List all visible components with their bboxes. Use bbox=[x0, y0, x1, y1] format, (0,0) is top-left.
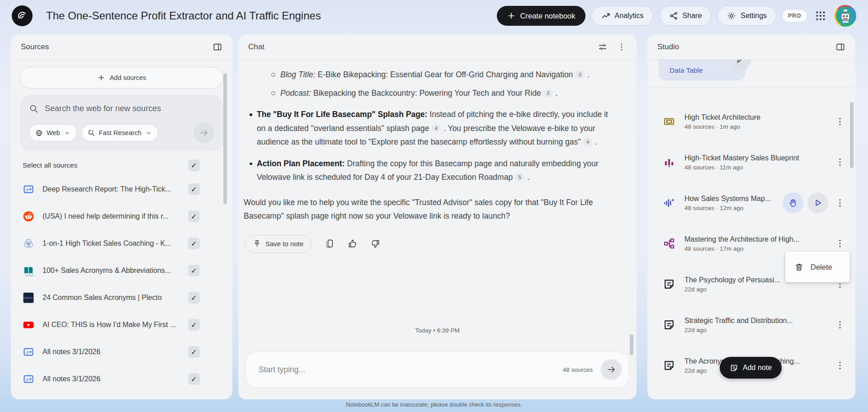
delete-menu-item[interactable]: Delete bbox=[785, 252, 850, 282]
source-title: All notes 3/1/2026 bbox=[42, 348, 183, 356]
collapse-panel-icon[interactable] bbox=[212, 42, 222, 52]
source-row[interactable]: Sales Playbook100+ Sales Acronyms & Abbr… bbox=[11, 257, 232, 284]
citation-chip[interactable]: 3 bbox=[575, 70, 585, 79]
studio-item-title: High-Ticket Mastery Sales Blueprint bbox=[684, 154, 832, 162]
notebooklm-logo-icon[interactable] bbox=[12, 5, 33, 26]
source-checkbox[interactable]: ✓ bbox=[188, 183, 200, 195]
search-submit-button[interactable] bbox=[193, 122, 214, 143]
chat-scrollbar[interactable] bbox=[630, 334, 633, 355]
select-all-checkbox[interactable]: ✓ bbox=[188, 159, 200, 171]
studio-panel: Studio Data Table High Ticket Architectu… bbox=[647, 34, 855, 399]
studio-item-text: High-Ticket Mastery Sales Blueprint48 so… bbox=[684, 154, 832, 171]
flowchart-icon bbox=[663, 237, 675, 250]
svg-text:m: m bbox=[26, 187, 29, 192]
studio-item-title: Strategic Traffic and Distribution... bbox=[684, 317, 832, 325]
web-search-card: Web Fast Research bbox=[20, 95, 223, 151]
list-item: The "Buy It For Life Basecamp" Splash Pa… bbox=[244, 108, 608, 149]
source-row[interactable]: AI CEO: THIS is How I'd Make My First ..… bbox=[11, 311, 232, 338]
research-mode-dropdown[interactable]: Fast Research bbox=[81, 124, 158, 141]
sources-scrollbar[interactable] bbox=[223, 73, 227, 204]
source-row[interactable]: PLECTO24 Common Sales Acronyms | Plecto✓ bbox=[11, 284, 232, 311]
studio-item-title: How Sales Systems Map... bbox=[684, 195, 783, 203]
studio-item-text: Mastering the Architecture of High...48 … bbox=[684, 235, 832, 252]
share-icon bbox=[669, 11, 678, 20]
apps-grid-icon[interactable] bbox=[815, 10, 826, 22]
search-icon bbox=[29, 104, 38, 113]
share-label: Share bbox=[683, 12, 702, 20]
source-checkbox[interactable]: ✓ bbox=[188, 373, 200, 385]
note-icon bbox=[663, 359, 675, 372]
create-notebook-button[interactable]: Create notebook bbox=[497, 6, 585, 26]
share-button[interactable]: Share bbox=[660, 6, 712, 26]
citation-chip[interactable]: 5 bbox=[515, 173, 524, 182]
web-filter-label: Web bbox=[47, 129, 60, 136]
user-avatar[interactable] bbox=[835, 5, 856, 27]
studio-item-meta: 48 sources · 12m ago bbox=[684, 205, 783, 211]
list-item: Podcast: Bikepacking the Backcountry: Po… bbox=[244, 86, 608, 100]
studio-output-strip: Data Table bbox=[647, 60, 855, 88]
item-label: Action Plan Placement: bbox=[257, 159, 345, 168]
studio-item[interactable]: Strategic Traffic and Distribution...22d… bbox=[647, 304, 855, 345]
source-row[interactable]: mAll notes 3/1/2026✓ bbox=[11, 365, 232, 393]
source-checkbox[interactable]: ✓ bbox=[188, 211, 200, 222]
book-icon: Sales Playbook bbox=[23, 265, 34, 276]
more-options-icon[interactable] bbox=[835, 238, 845, 249]
waveform-icon bbox=[663, 197, 675, 209]
more-options-icon[interactable] bbox=[835, 360, 845, 371]
source-checkbox[interactable]: ✓ bbox=[188, 292, 200, 304]
web-filter-dropdown[interactable]: Web bbox=[29, 124, 77, 141]
studio-item[interactable]: High Ticket Architecture48 sources · 1m … bbox=[647, 101, 855, 142]
expand-panel-icon[interactable] bbox=[835, 42, 845, 52]
thumbs-down-icon[interactable] bbox=[370, 239, 381, 249]
studio-item[interactable]: How Sales Systems Map...48 sources · 12m… bbox=[647, 183, 855, 223]
source-checkbox[interactable]: ✓ bbox=[188, 346, 200, 358]
analytics-label: Analytics bbox=[615, 12, 644, 20]
svg-text:m: m bbox=[26, 350, 29, 355]
send-button[interactable] bbox=[601, 359, 622, 380]
copy-icon[interactable] bbox=[324, 239, 335, 249]
citation-chip[interactable]: 3 bbox=[543, 89, 553, 98]
source-row[interactable]: 1-on-1 High Ticket Sales Coaching - K...… bbox=[11, 230, 232, 257]
source-search-input[interactable] bbox=[45, 104, 214, 113]
arrow-right-icon bbox=[606, 365, 616, 375]
source-row[interactable]: mDeep Research Report: The High-Tick...✓ bbox=[11, 176, 232, 203]
source-row[interactable]: mAll notes 3/1/2026✓ bbox=[11, 338, 232, 365]
interactive-mode-button[interactable] bbox=[783, 192, 803, 213]
thumbs-up-icon[interactable] bbox=[347, 239, 358, 249]
closing-question: Would you like me to help you write the … bbox=[244, 196, 608, 223]
add-sources-button[interactable]: Add sources bbox=[20, 67, 223, 89]
studio-item-meta: 22d ago bbox=[684, 327, 832, 333]
citation-chip[interactable]: 4 bbox=[431, 124, 441, 133]
more-options-icon[interactable] bbox=[617, 42, 627, 52]
select-all-label: Select all sources bbox=[23, 161, 77, 169]
disclaimer-text: NotebookLM can be inaccurate; please dou… bbox=[0, 401, 868, 408]
save-to-note-button[interactable]: Save to note bbox=[245, 235, 311, 253]
play-audio-button[interactable] bbox=[807, 192, 828, 213]
more-options-icon[interactable] bbox=[835, 319, 845, 330]
source-title: AI CEO: THIS is How I'd Make My First ..… bbox=[42, 321, 183, 329]
note-icon bbox=[730, 364, 738, 372]
studio-item[interactable]: The Content Creation Engine: Wee... bbox=[647, 386, 855, 399]
notebook-title: The One-Sentence Profit Extractor and AI… bbox=[46, 9, 321, 22]
more-options-icon[interactable] bbox=[835, 197, 845, 208]
source-title: 24 Common Sales Acronyms | Plecto bbox=[42, 294, 183, 302]
source-checkbox[interactable]: ✓ bbox=[188, 238, 200, 249]
chat-panel: Chat Blog Title: E-Bike Bikepacking: Ess… bbox=[238, 34, 637, 399]
citation-chip[interactable]: 4 bbox=[583, 137, 592, 146]
analytics-button[interactable]: Analytics bbox=[592, 6, 653, 26]
add-note-button[interactable]: Add note bbox=[720, 357, 782, 379]
chat-input[interactable] bbox=[259, 365, 563, 375]
source-row[interactable]: (USA) I need help determining if this r.… bbox=[11, 203, 232, 230]
chevron-down-icon bbox=[145, 130, 152, 136]
source-checkbox[interactable]: ✓ bbox=[188, 319, 200, 331]
settings-button[interactable]: Settings bbox=[717, 6, 776, 26]
source-checkbox[interactable]: ✓ bbox=[188, 265, 200, 276]
studio-item-text: High Ticket Architecture48 sources · 1m … bbox=[684, 113, 832, 130]
chat-title: Chat bbox=[248, 42, 264, 52]
chat-settings-icon[interactable] bbox=[598, 42, 608, 52]
more-options-icon[interactable] bbox=[835, 157, 845, 168]
more-options-icon[interactable] bbox=[835, 116, 845, 127]
studio-item[interactable]: High-Ticket Mastery Sales Blueprint48 so… bbox=[647, 142, 855, 183]
add-sources-label: Add sources bbox=[110, 74, 146, 81]
studio-scrollbar[interactable] bbox=[850, 102, 854, 168]
